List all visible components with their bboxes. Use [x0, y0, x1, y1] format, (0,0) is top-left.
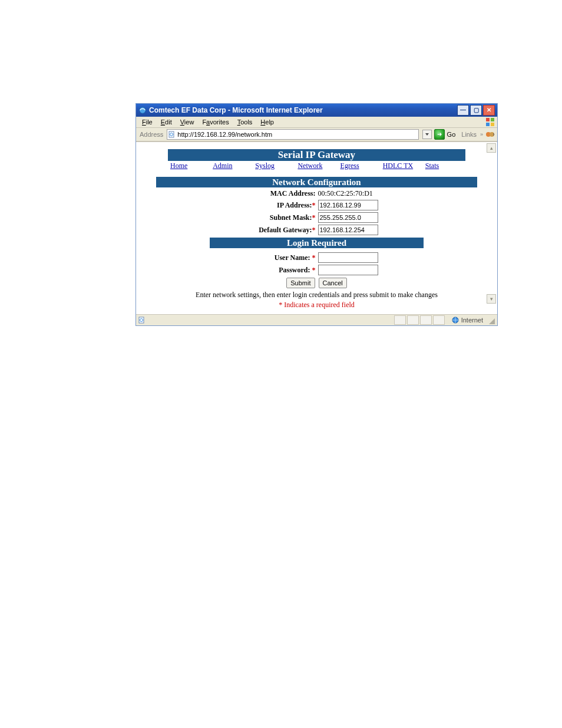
ip-label: IP Address:: [277, 201, 312, 209]
scrollbar-up[interactable]: ▴: [487, 143, 496, 153]
tab-hdlctx[interactable]: HDLC TX: [381, 161, 423, 171]
menu-view[interactable]: View: [177, 118, 198, 126]
password-label: Password:: [279, 266, 310, 274]
gateway-required-asterisk: *: [312, 226, 316, 234]
menu-help[interactable]: Help: [257, 118, 277, 126]
ip-required-asterisk: *: [312, 201, 316, 209]
statusbar-panes: [394, 315, 445, 325]
tab-egress[interactable]: Egress: [338, 161, 381, 171]
svg-rect-2: [491, 118, 494, 121]
titlebar: Comtech EF Data Corp - Microsoft Interne…: [136, 104, 497, 117]
links-chevron-icon: »: [480, 131, 483, 137]
svg-rect-3: [486, 123, 490, 126]
statusbar-pane: [394, 315, 406, 325]
mac-value: 00:50:C2:25:70:D1: [318, 189, 373, 197]
address-url[interactable]: http://192.168.12.99/network.htm: [177, 131, 416, 138]
tab-network[interactable]: Network: [295, 161, 338, 171]
login-banner: Login Required: [210, 238, 424, 248]
tab-syslog[interactable]: Syslog: [253, 161, 295, 171]
password-input[interactable]: [318, 265, 378, 275]
cancel-button[interactable]: Cancel: [319, 278, 347, 288]
svg-point-0: [140, 107, 146, 114]
page-title-banner: Serial IP Gateway: [168, 149, 465, 161]
mac-label: MAC Address:: [270, 189, 316, 197]
content-area: ▴ Serial IP Gateway Home Admin Syslog Ne…: [136, 141, 497, 314]
address-dropdown[interactable]: [422, 130, 432, 139]
statusbar-pane: [433, 315, 445, 325]
row-mac: MAC Address: 00:50:C2:25:70:D1: [144, 189, 489, 198]
username-required-asterisk: *: [312, 253, 316, 262]
scrollbar-down[interactable]: ▾: [487, 294, 496, 304]
tab-stats[interactable]: Stats: [423, 161, 465, 171]
maximize-button[interactable]: ▢: [470, 105, 482, 116]
menu-edit[interactable]: Edit: [157, 118, 176, 126]
resize-grip[interactable]: [487, 316, 495, 324]
row-password: Password: *: [144, 265, 489, 275]
menu-tools[interactable]: Tools: [234, 118, 256, 126]
statusbar-page-icon: [138, 317, 146, 324]
row-ip: IP Address:*: [144, 200, 489, 210]
statusbar-pane: [420, 315, 432, 325]
ip-input[interactable]: [318, 200, 378, 210]
gateway-label: Default Gateway:: [259, 226, 312, 234]
window-title: Comtech EF Data Corp - Microsoft Interne…: [149, 106, 457, 114]
nav-tabs: Home Admin Syslog Network Egress HDLC TX…: [168, 161, 465, 171]
menu-favorites[interactable]: Favorites: [199, 118, 232, 126]
minimize-button[interactable]: —: [457, 105, 469, 116]
row-username: User Name: *: [144, 252, 489, 263]
close-button[interactable]: ✕: [483, 105, 495, 116]
row-mask: Subnet Mask:*: [144, 212, 489, 223]
section-banner: Network Configuration: [156, 177, 477, 187]
internet-zone-icon: [452, 317, 459, 324]
browser-window: Comtech EF Data Corp - Microsoft Interne…: [135, 103, 498, 326]
tab-home[interactable]: Home: [168, 161, 210, 171]
windows-logo-icon: [485, 117, 495, 127]
go-label: Go: [447, 131, 458, 138]
address-bar: Address http://192.168.12.99/network.htm…: [136, 128, 497, 141]
toolbar-settings-icon[interactable]: [485, 130, 495, 139]
statusbar: Internet: [136, 314, 497, 325]
svg-rect-1: [486, 118, 490, 121]
go-button[interactable]: ➜: [434, 129, 445, 140]
mask-input[interactable]: [318, 212, 378, 223]
password-required-asterisk: *: [312, 266, 316, 274]
zone-label: Internet: [461, 317, 483, 324]
tab-admin[interactable]: Admin: [210, 161, 253, 171]
menubar: File Edit View Favorites Tools Help: [136, 117, 497, 128]
statusbar-pane: [407, 315, 419, 325]
username-label: User Name:: [275, 253, 310, 262]
svg-point-8: [490, 132, 494, 137]
required-note: * Indicates a required field: [144, 301, 489, 309]
instruction-note: Enter network settings, then enter login…: [144, 291, 489, 299]
svg-rect-4: [491, 123, 494, 126]
address-field-wrap: http://192.168.12.99/network.htm: [167, 129, 418, 140]
ie-icon: [138, 106, 147, 114]
gateway-input[interactable]: [318, 225, 378, 235]
mask-required-asterisk: *: [312, 213, 316, 222]
page-icon: [168, 131, 176, 138]
submit-button[interactable]: Submit: [286, 278, 315, 288]
row-gateway: Default Gateway:*: [144, 225, 489, 235]
address-label: Address: [138, 131, 164, 138]
links-label[interactable]: Links: [460, 131, 478, 138]
mask-label: Subnet Mask:: [270, 213, 312, 222]
username-input[interactable]: [318, 252, 378, 263]
page-content: Serial IP Gateway Home Admin Syslog Netw…: [138, 149, 495, 312]
menu-file[interactable]: File: [138, 118, 156, 126]
